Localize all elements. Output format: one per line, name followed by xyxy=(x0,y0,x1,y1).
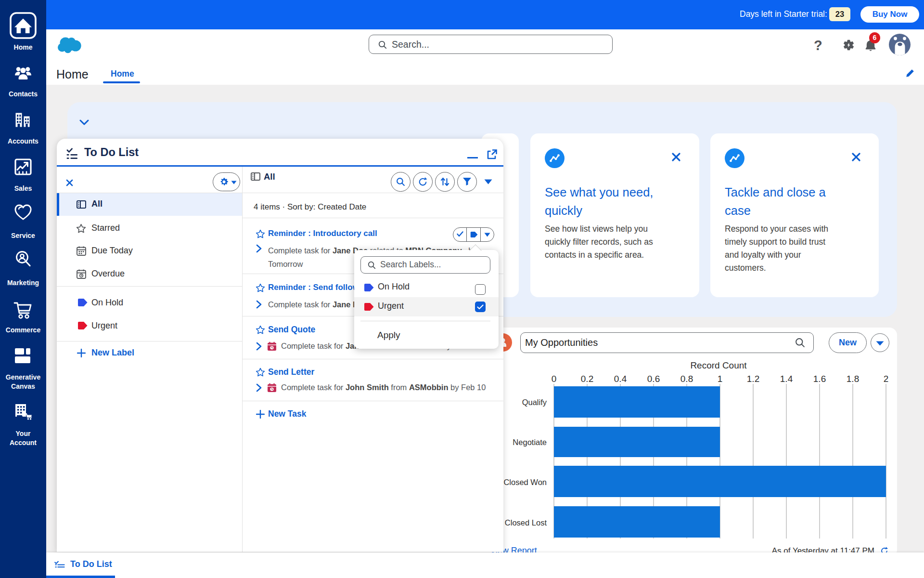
svg-text:1.8: 1.8 xyxy=(847,374,859,384)
svg-text:0.2: 0.2 xyxy=(581,374,593,384)
svg-text:2: 2 xyxy=(884,374,889,384)
svg-text:1.6: 1.6 xyxy=(813,374,826,384)
svg-text:Qualify: Qualify xyxy=(522,398,547,407)
svg-text:1.4: 1.4 xyxy=(780,374,793,384)
svg-text:Closed Lost: Closed Lost xyxy=(505,518,547,527)
svg-text:Negotiate: Negotiate xyxy=(513,438,547,447)
svg-text:Record Count: Record Count xyxy=(690,360,747,370)
svg-text:0.8: 0.8 xyxy=(680,374,693,384)
svg-text:0: 0 xyxy=(552,374,557,384)
svg-text:1.2: 1.2 xyxy=(747,374,759,384)
svg-text:0.4: 0.4 xyxy=(614,374,627,384)
svg-text:Closed Won: Closed Won xyxy=(503,478,547,486)
svg-text:0.6: 0.6 xyxy=(647,374,660,384)
svg-text:1: 1 xyxy=(718,374,723,384)
